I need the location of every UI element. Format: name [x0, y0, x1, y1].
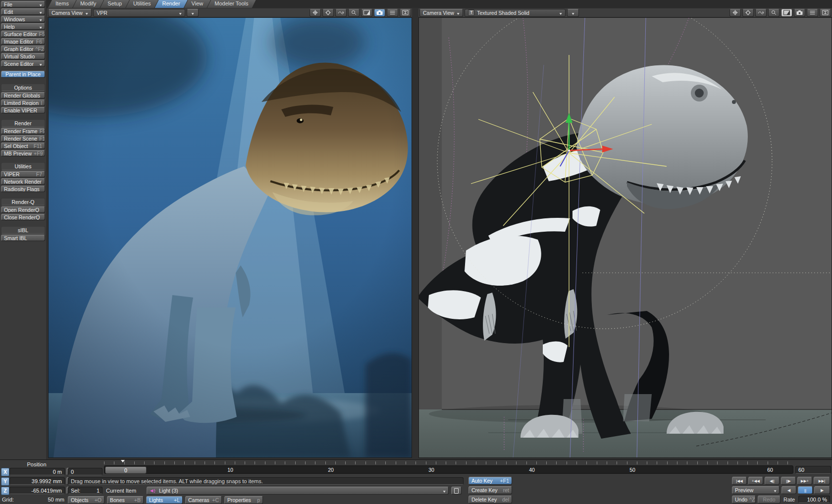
menu-windows[interactable]: Windows: [1, 16, 45, 22]
left-viewport-canvas[interactable]: [48, 17, 412, 458]
rotate-view-icon[interactable]: [322, 9, 334, 17]
maximize-viewport-icon[interactable]: [361, 9, 372, 17]
camera-icon[interactable]: [794, 9, 805, 17]
maximize-viewport-icon[interactable]: [781, 9, 792, 17]
category-cameras-button[interactable]: Cameras+C: [185, 496, 222, 504]
tab-view[interactable]: View: [184, 0, 211, 8]
radiosity-flags-button[interactable]: Radiosity Flags: [1, 186, 45, 192]
virtual-studio-button[interactable]: Virtual Studio: [1, 53, 45, 59]
axis-z-badge[interactable]: Z: [1, 487, 9, 495]
section-header-render-q: Render-Q: [1, 198, 45, 205]
move-view-icon[interactable]: [729, 9, 741, 17]
category-properties-button[interactable]: Propertiesp: [224, 496, 263, 504]
tab-items[interactable]: Items: [48, 0, 76, 8]
rate-field[interactable]: 100.0 %: [798, 496, 830, 503]
enable-viper-button[interactable]: Enable VIPER: [1, 107, 45, 113]
axis-y-badge[interactable]: Y: [1, 477, 9, 486]
pan-view-icon[interactable]: [755, 9, 767, 17]
menu-file[interactable]: File: [1, 1, 45, 7]
image-editor-button[interactable]: Image EditorF6: [1, 38, 45, 45]
category-objects-button[interactable]: Objects+O: [68, 496, 104, 504]
position-y-field[interactable]: 39.9992 mm: [9, 477, 65, 485]
menu-edit[interactable]: Edit: [1, 8, 45, 15]
left-view-type-dropdown[interactable]: Camera View: [48, 9, 92, 17]
playhead-marker[interactable]: [121, 460, 125, 462]
auto-key-button[interactable]: Auto Key+F1: [468, 477, 512, 485]
chevron-down-icon: [442, 488, 446, 494]
next-keyframe-button[interactable]: ▶▶+: [797, 477, 812, 485]
right-view-type-dropdown[interactable]: Camera View: [419, 9, 463, 17]
lightwave-layout-window: Items Modify Setup Utilities Render View…: [0, 0, 832, 504]
selection-count-field: Sel:1: [68, 487, 103, 494]
smart-ibl-button[interactable]: Smart IBL: [1, 235, 45, 241]
close-renderq-button[interactable]: Close RenderQ: [1, 214, 45, 220]
position-x-field[interactable]: 0 m: [9, 468, 65, 475]
right-viewport-canvas[interactable]: [418, 17, 832, 458]
scene-editor-button[interactable]: Scene Editor: [1, 60, 45, 67]
tab-modeler-tools[interactable]: Modeler Tools: [207, 0, 256, 8]
tab-utilities[interactable]: Utilities: [126, 0, 158, 8]
chevron-down-icon: [773, 487, 777, 493]
right-mode-options-dropdown[interactable]: [567, 9, 579, 17]
viewport-layout-icon[interactable]: [820, 9, 831, 17]
render-scene-button[interactable]: Render SceneF10: [1, 135, 45, 142]
tab-render[interactable]: Render: [155, 0, 188, 8]
preview-dropdown[interactable]: Preview: [732, 486, 780, 494]
rotate-view-icon[interactable]: [742, 9, 754, 17]
next-frame-button[interactable]: ||▶: [781, 477, 796, 485]
mb-preview-button[interactable]: MB Preview+F9: [1, 150, 45, 156]
position-z-field[interactable]: -65.0419mm: [9, 487, 65, 494]
axis-x-badge[interactable]: X: [1, 468, 9, 476]
vpr-render-trex-scene: [49, 18, 412, 457]
left-mode-options-dropdown[interactable]: [187, 9, 199, 17]
chevron-down-icon: [39, 61, 43, 67]
graph-editor-button[interactable]: Graph Editor^F2: [1, 46, 45, 52]
menu-help[interactable]: Help: [1, 23, 45, 30]
category-lights-button[interactable]: Lights+L: [146, 496, 183, 504]
left-render-mode-dropdown[interactable]: VPR: [93, 9, 185, 17]
previous-keyframe-button[interactable]: +◀◀: [748, 477, 763, 485]
viewport-menu-icon[interactable]: [807, 9, 818, 17]
open-renderq-button[interactable]: Open RenderQ: [1, 206, 45, 213]
sidebar: File Edit Windows Help Surface EditorF5 …: [0, 0, 46, 459]
parent-in-place-button[interactable]: Parent in Place: [1, 71, 45, 78]
surface-editor-button[interactable]: Surface EditorF5: [1, 31, 45, 37]
pan-view-icon[interactable]: [335, 9, 347, 17]
limited-region-button[interactable]: Limited Regionl: [1, 100, 45, 106]
grid-size-value: 50 mm: [30, 497, 64, 503]
timeline-ruler[interactable]: 0 10 20 30 40 50 60: [104, 460, 793, 474]
frame-slider-handle[interactable]: 0: [105, 466, 147, 474]
panel-icon: [454, 488, 459, 494]
viewport-layout-icon[interactable]: [400, 9, 411, 17]
tab-modify[interactable]: Modify: [73, 0, 104, 8]
render-globals-button[interactable]: Render Globals: [1, 92, 45, 99]
redo-button[interactable]: Redo: [758, 496, 780, 504]
current-item-dropdown[interactable]: Light (3): [147, 487, 449, 495]
delete-key-button[interactable]: Delete Keydel: [468, 496, 512, 504]
pause-button[interactable]: ||: [798, 486, 813, 494]
sel-object-button[interactable]: Sel ObjectF11: [1, 143, 45, 149]
play-forward-button[interactable]: ▶: [814, 486, 830, 494]
previous-frame-button[interactable]: ◀||: [765, 477, 780, 485]
undo-button[interactable]: Undo^Z: [732, 496, 756, 504]
create-key-button[interactable]: Create Keyret: [468, 486, 512, 494]
viper-button[interactable]: VIPERF7: [1, 171, 45, 177]
zoom-view-icon[interactable]: [348, 9, 360, 17]
current-frame-field[interactable]: 0: [68, 468, 103, 475]
right-render-mode-dropdown[interactable]: T Textured Shaded Solid: [465, 9, 566, 17]
go-to-end-button[interactable]: ▶▶|: [814, 477, 830, 485]
camera-icon[interactable]: [374, 9, 385, 17]
timeline-track[interactable]: [104, 465, 793, 474]
render-frame-button[interactable]: Render FrameF9: [1, 128, 45, 134]
zoom-view-icon[interactable]: [768, 9, 780, 17]
tab-setup[interactable]: Setup: [100, 0, 129, 8]
chevron-down-icon: [559, 10, 563, 16]
item-list-panel-button[interactable]: [451, 487, 462, 495]
go-to-start-button[interactable]: |◀◀: [732, 477, 747, 485]
category-bones-button[interactable]: Bones+B: [107, 496, 144, 504]
play-backward-button[interactable]: ◀: [781, 486, 796, 494]
end-frame-field[interactable]: 60: [795, 466, 831, 474]
move-view-icon[interactable]: [310, 9, 321, 17]
viewport-menu-icon[interactable]: [387, 9, 398, 17]
network-render-button[interactable]: Network Render: [1, 178, 45, 185]
